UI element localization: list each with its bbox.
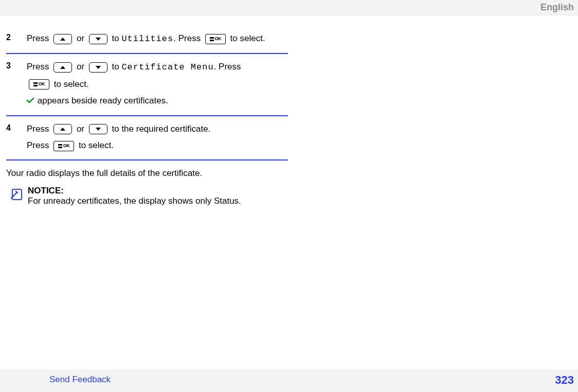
text: to select. [54,79,89,89]
step-2: 2 Press or to Utilities. Press OK to sel… [6,29,288,54]
svg-marker-4 [60,128,65,131]
notice-title: NOTICE: [28,186,288,196]
text: or [77,124,87,134]
text: Press [27,33,51,43]
check-icon [27,94,34,108]
language-label: English [540,2,574,13]
send-feedback-link[interactable]: Send Feedback [49,375,111,385]
svg-marker-0 [60,38,65,41]
step-4: 4 Press or to the required certificate. … [6,119,288,161]
down-arrow-icon [89,124,107,134]
step-3: 3 Press or to Certificate Menu. Press OK [6,57,288,116]
text: to the required certificate. [112,124,211,134]
svg-marker-3 [96,66,101,69]
up-arrow-icon [53,62,72,73]
ok-button-icon: OK [53,141,74,151]
text: to select. [79,140,114,150]
step-number: 4 [6,122,27,156]
text: to [112,33,122,43]
notice-icon [10,186,28,206]
up-arrow-icon [53,34,72,44]
page-content: 2 Press or to Utilities. Press OK to sel… [6,29,288,206]
notice-block: NOTICE: For unready certificates, the di… [6,186,288,206]
header-bar: English [0,0,578,16]
text: . Press [173,33,203,43]
text: or [77,62,87,72]
down-arrow-icon [89,62,107,73]
svg-rect-6 [12,189,22,200]
menu-target: Certificate Menu [121,62,213,72]
text: Press [27,124,51,134]
text: Press [27,140,51,150]
down-arrow-icon [89,34,107,44]
notice-body-text: For unready certificates, the display sh… [28,196,288,206]
svg-marker-5 [96,128,101,131]
step-number: 2 [6,32,27,49]
svg-marker-2 [60,66,65,69]
up-arrow-icon [53,124,72,134]
ok-button-icon: OK [29,79,49,90]
text: . Press [214,62,241,72]
menu-target: Utilities [121,34,173,44]
text: Press [27,62,51,72]
ok-button-icon: OK [205,34,226,44]
step-body: Press or to the required certificate. Pr… [27,122,288,156]
text: to [112,62,122,72]
ok-label: OK [63,142,70,150]
text: to select. [230,33,265,43]
svg-marker-1 [96,38,101,41]
step-body: Press or to Certificate Menu. Press OK t… [27,60,288,111]
ok-label: OK [39,81,45,88]
step-number: 3 [6,60,27,111]
text: or [77,33,87,43]
result-text: Your radio displays the full details of … [6,167,288,180]
step-body: Press or to Utilities. Press OK to selec… [27,32,288,49]
page-number: 323 [555,373,574,387]
text: appears beside ready certificates. [38,96,168,105]
ok-label: OK [215,35,222,43]
